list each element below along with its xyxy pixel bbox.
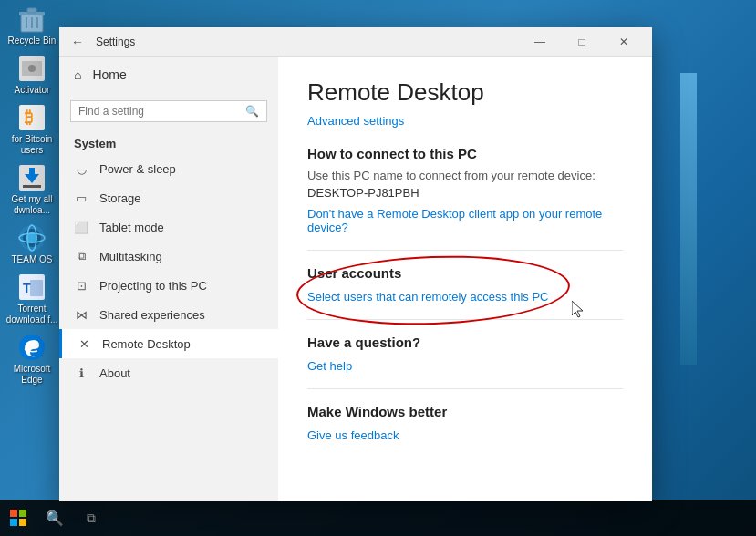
minimize-button[interactable]: — bbox=[519, 27, 561, 57]
feedback-link[interactable]: Give us feedback bbox=[307, 428, 399, 442]
back-button[interactable]: ← bbox=[67, 31, 88, 53]
tablet-icon: ⬜ bbox=[74, 220, 88, 234]
shared-icon: ⋈ bbox=[74, 307, 88, 322]
desktop: Recycle Bin Activator ₿ for Bitcoin us bbox=[0, 0, 756, 536]
search-box[interactable]: 🔍 bbox=[70, 100, 267, 122]
svg-rect-27 bbox=[10, 519, 17, 526]
user-accounts-section: User accounts Select users that can remo… bbox=[307, 265, 623, 304]
tablet-label: Tablet mode bbox=[99, 221, 164, 234]
power-sleep-icon: ◡ bbox=[74, 161, 88, 176]
sidebar-item-about[interactable]: ℹ About bbox=[59, 358, 278, 387]
titlebar: ← Settings — □ ✕ bbox=[59, 27, 652, 57]
right-decoration bbox=[680, 73, 697, 365]
projecting-label: Projecting to this PC bbox=[99, 279, 207, 293]
divider3 bbox=[307, 388, 623, 389]
team-os-label: TEAM OS bbox=[11, 254, 52, 265]
sidebar-item-tablet[interactable]: ⬜ Tablet mode bbox=[59, 212, 278, 242]
pc-name: DESKTOP-PJ81PBH bbox=[307, 186, 623, 200]
storage-icon: ▭ bbox=[74, 191, 88, 205]
section1-heading: How to connect to this PC bbox=[307, 146, 623, 161]
power-sleep-label: Power & sleep bbox=[99, 162, 176, 176]
window-controls: — □ ✕ bbox=[519, 27, 645, 57]
search-taskbar-button[interactable]: 🔍 bbox=[36, 500, 73, 536]
torrent-icon[interactable]: T Torrent download f... bbox=[5, 273, 59, 325]
section3-heading: Have a question? bbox=[307, 335, 623, 350]
close-button[interactable]: ✕ bbox=[603, 27, 645, 57]
multitasking-icon: ⧉ bbox=[74, 249, 88, 263]
multitasking-label: Multitasking bbox=[99, 250, 162, 263]
section4-heading: Make Windows better bbox=[307, 404, 623, 419]
sidebar-item-projecting[interactable]: ⊡ Projecting to this PC bbox=[59, 271, 278, 300]
sidebar-item-remote-desktop[interactable]: ✕ Remote Desktop bbox=[59, 329, 278, 358]
section1-description: Use this PC name to connect from your re… bbox=[307, 169, 623, 182]
sidebar-item-shared[interactable]: ⋈ Shared experiences bbox=[59, 300, 278, 329]
team-os-icon[interactable]: TEAM OS bbox=[5, 223, 59, 265]
activator-label: Activator bbox=[15, 85, 50, 96]
desktop-icons: Recycle Bin Activator ₿ for Bitcoin us bbox=[5, 5, 59, 386]
advanced-settings-link[interactable]: Advanced settings bbox=[307, 114, 404, 128]
for-bitcoin-icon[interactable]: ₿ for Bitcoin users bbox=[5, 103, 59, 156]
sidebar-item-multitasking[interactable]: ⧉ Multitasking bbox=[59, 242, 278, 271]
sidebar-item-power-sleep[interactable]: ◡ Power & sleep bbox=[59, 154, 278, 183]
taskbar: 🔍 ⧉ bbox=[0, 500, 756, 536]
svg-rect-26 bbox=[19, 510, 26, 517]
remote-desktop-icon: ✕ bbox=[77, 336, 91, 351]
svg-rect-25 bbox=[10, 510, 17, 517]
downloads-icon[interactable]: Get my all dwnloa... bbox=[5, 163, 59, 216]
search-icon: 🔍 bbox=[245, 105, 259, 118]
main-content: Remote Desktop Advanced settings How to … bbox=[278, 57, 652, 501]
start-button[interactable] bbox=[0, 500, 36, 536]
system-section-title: System bbox=[59, 129, 278, 154]
downloads-label: Get my all dwnloa... bbox=[11, 194, 52, 216]
divider1 bbox=[307, 250, 623, 251]
remote-desktop-label: Remote Desktop bbox=[102, 337, 191, 351]
window-body: ⌂ Home 🔍 System ◡ Power & sleep ▭ Storag… bbox=[59, 57, 652, 501]
search-input[interactable] bbox=[78, 105, 245, 118]
svg-rect-14 bbox=[23, 185, 41, 188]
svg-marker-24 bbox=[572, 301, 583, 317]
select-users-link[interactable]: Select users that can remotely access th… bbox=[307, 290, 548, 304]
section2-heading: User accounts bbox=[307, 265, 623, 281]
sidebar-item-storage[interactable]: ▭ Storage bbox=[59, 183, 278, 212]
about-label: About bbox=[99, 366, 130, 380]
mouse-cursor bbox=[572, 301, 586, 323]
maximize-button[interactable]: □ bbox=[561, 27, 603, 57]
svg-text:T: T bbox=[23, 281, 31, 295]
svg-rect-13 bbox=[29, 168, 35, 177]
recycle-bin-icon[interactable]: Recycle Bin bbox=[5, 5, 59, 46]
sidebar: ⌂ Home 🔍 System ◡ Power & sleep ▭ Storag… bbox=[59, 57, 278, 501]
page-title: Remote Desktop bbox=[307, 78, 623, 107]
torrent-label: Torrent download f... bbox=[6, 304, 58, 325]
no-app-link[interactable]: Don't have a Remote Desktop client app o… bbox=[307, 207, 623, 234]
storage-label: Storage bbox=[99, 191, 141, 205]
recycle-bin-label: Recycle Bin bbox=[8, 36, 57, 46]
for-bitcoin-label: for Bitcoin users bbox=[12, 134, 52, 156]
edge-icon[interactable]: Microsoft Edge bbox=[5, 333, 59, 386]
svg-text:₿: ₿ bbox=[25, 108, 33, 127]
activator-icon[interactable]: Activator bbox=[5, 54, 59, 96]
edge-label: Microsoft Edge bbox=[14, 364, 51, 386]
home-label: Home bbox=[92, 67, 126, 82]
get-help-link[interactable]: Get help bbox=[307, 359, 352, 373]
svg-rect-28 bbox=[19, 519, 26, 526]
home-icon: ⌂ bbox=[74, 67, 81, 82]
projecting-icon: ⊡ bbox=[74, 278, 88, 293]
shared-label: Shared experiences bbox=[99, 308, 205, 322]
svg-rect-22 bbox=[30, 280, 43, 296]
svg-point-8 bbox=[28, 65, 36, 72]
about-icon: ℹ bbox=[74, 366, 88, 380]
task-view-button[interactable]: ⧉ bbox=[73, 500, 109, 536]
sidebar-item-home[interactable]: ⌂ Home bbox=[59, 57, 278, 93]
svg-rect-2 bbox=[27, 8, 36, 13]
settings-window: ← Settings — □ ✕ ⌂ Home 🔍 Sys bbox=[59, 27, 652, 501]
window-title: Settings bbox=[96, 36, 135, 48]
